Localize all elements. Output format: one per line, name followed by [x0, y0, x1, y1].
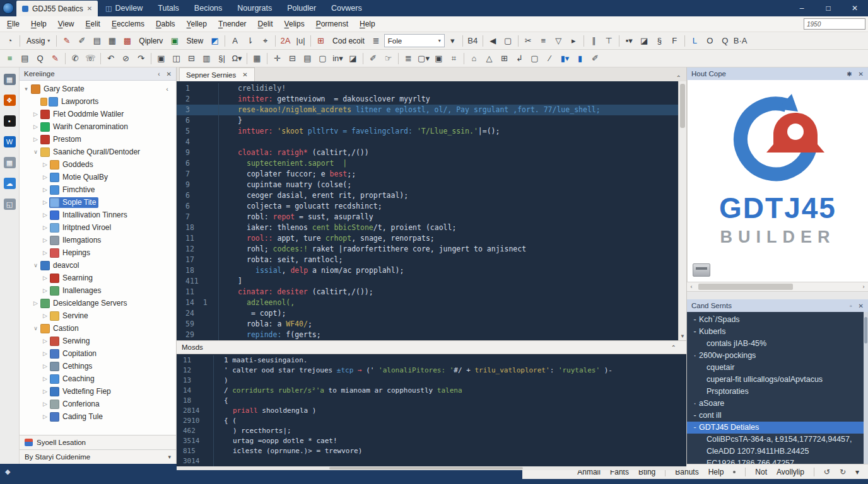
- tree-arrow-icon[interactable]: ▷: [41, 350, 49, 357]
- titlebar-menu-covwers[interactable]: Covwers: [324, 4, 370, 13]
- tree-arrow-icon[interactable]: ▷: [41, 174, 49, 180]
- o-icon[interactable]: O: [703, 35, 717, 47]
- tree-arrow-icon[interactable]: ▷: [41, 388, 49, 395]
- eraser-icon[interactable]: ⊘: [119, 52, 133, 65]
- home-icon[interactable]: ⌂: [467, 52, 481, 65]
- code-line[interactable]: 7coplater fuccor; e best;;: [177, 169, 686, 180]
- code-line[interactable]: 3rese-kaoo!/niglomk_acdrets litner e epl…: [177, 105, 686, 115]
- menu-elle[interactable]: Elle: [1, 20, 25, 28]
- code-line[interactable]: 18iaker: thlenos cent bbicStone/t, proie…: [177, 222, 686, 233]
- hscrollbar-thumb[interactable]: [698, 284, 793, 290]
- tree-arrow-icon[interactable]: ▷: [32, 300, 40, 306]
- titlebar-menu-tutals[interactable]: Tutals: [150, 4, 187, 13]
- editor-scrollbar[interactable]: ▼: [678, 81, 686, 340]
- terminal-icon[interactable]: ▪: [4, 115, 16, 127]
- code-line[interactable]: 462) rcecthorts|;: [177, 426, 686, 436]
- hout-close-icon[interactable]: ✕: [859, 71, 864, 78]
- code-line[interactable]: 13): [177, 376, 686, 386]
- filter-icon[interactable]: ▽: [551, 35, 566, 47]
- symbol-icon[interactable]: Ω▾: [230, 52, 244, 65]
- return-icon[interactable]: ↲: [512, 52, 527, 65]
- code-line[interactable]: 18issial, delp a niom/ac propplahl);: [177, 265, 686, 276]
- titlebar-menu-nourgrats[interactable]: Nourgrats: [230, 4, 279, 13]
- hscroll-thumb[interactable]: [329, 467, 523, 470]
- menu-view[interactable]: View: [52, 20, 80, 28]
- tab-close-icon[interactable]: ✕: [87, 5, 92, 12]
- scroll-right-icon[interactable]: ›: [859, 284, 868, 290]
- tree-collapse-icon[interactable]: ‹: [166, 85, 176, 93]
- tree-item[interactable]: ∨deavcol: [20, 259, 176, 272]
- zoom-icon[interactable]: Q: [33, 52, 47, 65]
- stamp-icon[interactable]: ▣: [431, 52, 446, 65]
- page-icon[interactable]: ▢: [501, 35, 515, 47]
- recent-icon[interactable]: ◔: [3, 35, 17, 47]
- row-icon[interactable]: ⊟: [184, 52, 199, 65]
- tree-arrow-icon[interactable]: ▷: [41, 287, 49, 294]
- cand-item[interactable]: -cont ill: [687, 410, 868, 422]
- font-icon[interactable]: A: [228, 35, 242, 47]
- mosds-panel-header[interactable]: Mosds ⌃: [177, 340, 686, 354]
- palette-icon[interactable]: ❖: [4, 95, 16, 106]
- code-line[interactable]: 12' calter ood star trejoues ±tcp → (' '…: [177, 366, 686, 376]
- scroll-down-icon[interactable]: ▼: [679, 333, 686, 340]
- tree-arrow-icon[interactable]: ▷: [41, 187, 49, 193]
- tree-item[interactable]: ▾Gary Sorate‹: [20, 83, 176, 95]
- cand-scrollbar[interactable]: [864, 312, 868, 464]
- code-line[interactable]: 18{: [177, 396, 686, 406]
- tree-item[interactable]: ▷Inallenages: [20, 284, 176, 297]
- tree-item[interactable]: ▷Servine: [20, 309, 176, 322]
- tree-item[interactable]: ▷Warih Cenaromination: [20, 120, 176, 133]
- tree-item[interactable]: ▷Desiceldange Servers: [20, 297, 176, 309]
- split-icon[interactable]: ◫: [169, 52, 184, 65]
- box-icon[interactable]: ▢: [527, 52, 542, 65]
- book-icon[interactable]: ▮: [573, 52, 587, 65]
- tree-arrow-icon[interactable]: ▷: [32, 124, 40, 130]
- tree-item[interactable]: ▷Prestom: [20, 133, 176, 146]
- cand-item[interactable]: -GDTJ45 Detiales: [687, 422, 868, 434]
- console-icon[interactable]: ≡: [3, 52, 17, 65]
- code-line[interactable]: 17robta: seit, rantlocl;: [177, 255, 686, 265]
- tree-item[interactable]: ▷Motie QualBy: [20, 171, 176, 183]
- field-icon[interactable]: F: [667, 35, 682, 47]
- anchor-icon[interactable]: ⊤: [602, 35, 616, 47]
- tree-item[interactable]: ▷Cethings: [20, 360, 176, 372]
- tree-item[interactable]: ▷Cading Tule: [20, 410, 176, 423]
- tree-item[interactable]: ▷Vedtefing Fiep: [20, 385, 176, 398]
- undo-arrow-icon[interactable]: ↺: [824, 468, 830, 476]
- menu-delit[interactable]: Delit: [252, 20, 279, 28]
- status-chevron-icon[interactable]: ▾: [855, 468, 859, 476]
- spreadsheet-icon[interactable]: ▦: [4, 74, 16, 85]
- tree-item[interactable]: ▷Goddeds: [20, 158, 176, 171]
- brush-icon[interactable]: ✐: [366, 52, 380, 65]
- code-line[interactable]: 24 = copt);: [177, 308, 686, 319]
- cloud-icon[interactable]: ☁: [4, 178, 16, 189]
- menu-eecclems[interactable]: Eecclems: [106, 20, 150, 28]
- tree-arrow-icon[interactable]: ▷: [41, 363, 49, 369]
- sidebar-footer-location[interactable]: Syoell Lesation: [20, 435, 176, 449]
- status-item-avollylip[interactable]: Avollylip: [777, 468, 804, 476]
- tree-item[interactable]: Lawpororts: [20, 95, 176, 108]
- frame-icon[interactable]: ▣: [154, 52, 168, 65]
- tree-item[interactable]: ▷Hepings: [20, 246, 176, 259]
- code-line[interactable]: 2814priall shooldengla ): [177, 406, 686, 416]
- tree-item[interactable]: ▷Iritptned Viroel: [20, 221, 176, 234]
- tree-item[interactable]: ▷Serwing: [20, 335, 176, 347]
- codecoit-button[interactable]: Cod ecoit: [329, 35, 368, 47]
- stew-button[interactable]: Stew: [182, 35, 207, 47]
- tree-item[interactable]: ▷Searning: [20, 272, 176, 284]
- code-line[interactable]: 6}: [177, 115, 686, 126]
- chart2-icon[interactable]: ◪: [346, 52, 360, 65]
- cand-close-icon[interactable]: ✕: [859, 302, 864, 309]
- lines-icon[interactable]: ≣: [401, 52, 416, 65]
- tree-arrow-icon[interactable]: ▷: [41, 313, 49, 319]
- sheet-icon[interactable]: ▤: [300, 52, 315, 65]
- grid-icon[interactable]: ▦: [4, 157, 16, 168]
- cand-item[interactable]: cquetair: [687, 362, 868, 374]
- cand-item[interactable]: ·2600w-pockings: [687, 350, 868, 362]
- code-line[interactable]: 29repinde: f(gerts;: [177, 330, 686, 340]
- tree-arrow-icon[interactable]: ∨: [32, 262, 40, 268]
- redo-arrow-icon[interactable]: ↻: [840, 468, 846, 476]
- db-icon[interactable]: ▮▾: [558, 52, 572, 65]
- dropdown-icon[interactable]: ▾: [445, 35, 460, 47]
- minimize-button[interactable]: –: [789, 0, 815, 16]
